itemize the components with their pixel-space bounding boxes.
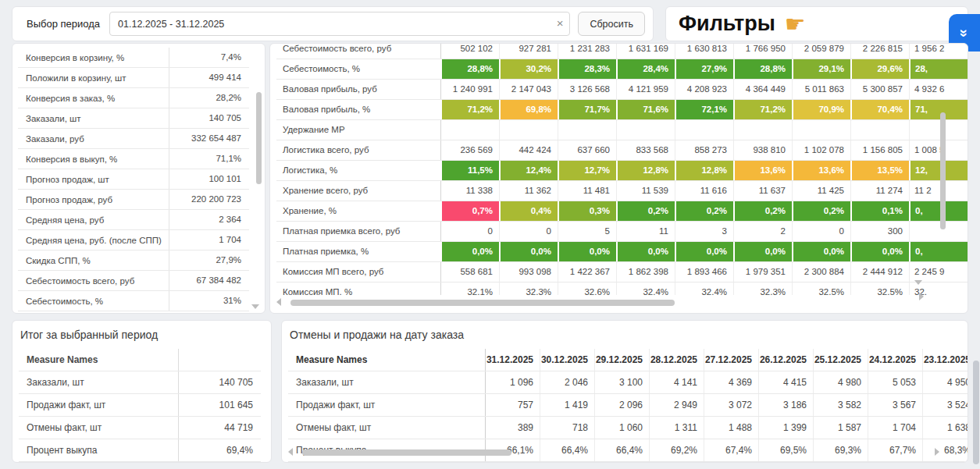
orders-cell[interactable]: 2 096 (594, 394, 649, 416)
daily-metric-cell[interactable]: 12,8% (675, 161, 733, 180)
daily-metric-cell[interactable]: 5 011 863 (792, 80, 850, 99)
orders-cell[interactable]: 3 100 (594, 371, 649, 393)
orders-cell[interactable]: 718 (540, 417, 594, 439)
daily-metric-cell[interactable]: 0,2% (792, 201, 850, 221)
daily-metric-cell[interactable]: 0, (909, 242, 968, 261)
daily-metric-row[interactable]: Валовая прибыль, %71,2%69,8%71,7%71,6%72… (276, 100, 968, 120)
scroll-down-arrow[interactable] (914, 280, 922, 285)
daily-metric-cell[interactable]: 2 444 912 (850, 262, 909, 282)
daily-metric-cell[interactable]: 0,2% (616, 201, 675, 221)
daily-metric-cell[interactable]: 11 338 (440, 181, 499, 201)
orders-cell[interactable]: 3 524 (922, 394, 968, 416)
daily-metric-cell[interactable]: 0 (440, 222, 499, 241)
orders-cell[interactable]: 67,4% (704, 439, 758, 461)
daily-metric-row[interactable]: Хранение, %0,7%0,4%0,3%0,2%0,2%0,2%0,2%0… (276, 201, 968, 222)
daily-metric-row[interactable]: Валовая прибыль, руб1 240 9912 147 0433 … (276, 80, 968, 100)
orders-cell[interactable]: 1 060 (594, 417, 649, 439)
daily-metric-cell[interactable]: 13,6% (733, 161, 792, 180)
daily-metric-cell[interactable]: 0,4% (499, 201, 558, 221)
metric-row[interactable]: Конверсия в заказ, %28,2% (18, 88, 249, 108)
daily-metric-row[interactable]: Логистика всего, руб236 569442 424637 66… (276, 140, 968, 161)
orders-cell[interactable]: 4 369 (704, 371, 758, 393)
metric-row[interactable]: Конверсия в корзину, %7,4% (18, 48, 249, 68)
orders-cell[interactable]: 3 567 (868, 394, 922, 416)
daily-metric-cell[interactable]: 3 (675, 222, 733, 241)
daily-metric-cell[interactable]: 11,5% (440, 161, 499, 180)
daily-metric-cell[interactable]: 13,5% (850, 161, 909, 180)
orders-cell[interactable]: 4 415 (758, 371, 813, 393)
period-input[interactable] (109, 12, 570, 36)
orders-date-header[interactable]: 28.12.2025 (649, 349, 704, 371)
daily-metric-cell[interactable]: 30,2% (499, 59, 558, 79)
orders-cell[interactable]: 3 186 (758, 394, 813, 416)
totals-row[interactable]: Продажи факт, шт101 645 (19, 394, 261, 417)
daily-metric-cell[interactable]: 833 568 (616, 140, 675, 160)
daily-metric-cell[interactable]: 2 245 9 (909, 262, 968, 282)
daily-metric-cell[interactable] (616, 120, 675, 140)
totals-header-row[interactable]: Measure Names (19, 349, 261, 371)
daily-metric-cell[interactable]: 1 956 2 (909, 44, 968, 59)
daily-metric-cell[interactable]: 12,4% (499, 161, 558, 180)
daily-metric-cell[interactable]: 32,6% (558, 282, 616, 295)
reset-button[interactable]: Сбросить (578, 12, 645, 36)
daily-metric-cell[interactable]: 29,6% (850, 59, 909, 79)
daily-metric-cell[interactable]: 442 424 (499, 140, 558, 160)
metric-row[interactable]: Средняя цена, руб2 364 (18, 210, 249, 230)
orders-cell[interactable]: 2 046 (540, 371, 594, 393)
daily-metric-cell[interactable]: 2 059 879 (792, 44, 850, 59)
orders-cell[interactable]: 69,5% (758, 439, 813, 461)
orders-date-header[interactable]: 31.12.2025 (485, 349, 540, 371)
daily-metric-cell[interactable]: 0,1% (850, 201, 909, 221)
daily-metric-cell[interactable]: 2 147 043 (499, 80, 558, 99)
orders-cell[interactable]: 1 704 (868, 417, 922, 439)
daily-metric-cell[interactable]: 32,5% (850, 282, 909, 295)
daily-metric-row[interactable]: Удержание МР (276, 120, 968, 140)
daily-metric-cell[interactable]: 11 362 (499, 181, 558, 201)
orders-cell[interactable]: 5 053 (868, 371, 922, 393)
metric-row[interactable]: Средняя цена, руб. (после СПП)1 704 (18, 230, 249, 250)
daily-metric-cell[interactable]: 0,2% (675, 201, 733, 221)
totals-row[interactable]: Процент выкупа69,4% (19, 439, 261, 462)
vertical-scrollbar-thumb[interactable] (940, 112, 946, 229)
daily-metric-cell[interactable]: 71,7% (558, 100, 616, 119)
daily-metric-cell[interactable]: 28,8% (733, 59, 792, 79)
orders-cell[interactable]: 2 949 (649, 394, 704, 416)
daily-metric-cell[interactable]: 3 126 568 (558, 80, 616, 99)
metric-row[interactable]: Прогноз продаж, руб220 200 723 (18, 190, 249, 210)
metric-row[interactable]: Заказали, руб332 654 487 (18, 129, 249, 149)
daily-metric-cell[interactable]: 70,4% (850, 100, 909, 119)
daily-metric-cell[interactable]: 28,3% (558, 59, 616, 79)
orders-cell[interactable]: 69,3% (813, 439, 868, 461)
daily-metric-cell[interactable]: 1 766 950 (733, 44, 792, 59)
orders-cell[interactable]: 4 141 (649, 371, 704, 393)
daily-metric-cell[interactable]: 0,0% (616, 242, 675, 261)
daily-metric-cell[interactable]: 0,3% (558, 201, 616, 221)
daily-metric-cell[interactable]: 28,4% (616, 59, 675, 79)
orders-cell[interactable]: 69,2% (649, 439, 704, 461)
daily-metric-cell[interactable]: 993 098 (499, 262, 558, 282)
daily-metric-cell[interactable]: 11 274 (850, 181, 909, 201)
daily-metric-cell[interactable]: 2 (733, 222, 792, 241)
daily-metric-cell[interactable]: 32,1% (440, 282, 499, 295)
daily-metric-cell[interactable]: 69,8% (499, 100, 558, 119)
daily-metric-cell[interactable]: 0,0% (733, 242, 792, 261)
daily-metric-cell[interactable] (733, 120, 792, 140)
scroll-right-arrow[interactable] (935, 448, 939, 456)
daily-metric-cell[interactable]: 4 121 959 (616, 80, 675, 99)
orders-date-header[interactable]: 30.12.2025 (540, 349, 594, 371)
orders-date-header[interactable]: 25.12.2025 (813, 349, 868, 371)
daily-metric-row[interactable]: Платная приемка, %0,0%0,0%0,0%0,0%0,0%0,… (276, 242, 968, 262)
daily-metric-row[interactable]: Платная приемка всего, руб00511320300 (276, 222, 968, 242)
daily-metric-cell[interactable]: 11 2 (909, 181, 968, 201)
daily-metric-cell[interactable]: 32,4% (675, 282, 733, 295)
daily-metric-cell[interactable]: 71, (909, 100, 968, 119)
scroll-down-arrow[interactable] (251, 304, 259, 309)
daily-metric-cell[interactable] (675, 120, 733, 140)
daily-metric-cell[interactable]: 1 240 991 (440, 80, 499, 99)
daily-metric-cell[interactable]: 0,0% (440, 242, 499, 261)
vertical-scrollbar-thumb[interactable] (256, 92, 262, 184)
orders-row[interactable]: Продажи факт, шт7571 4192 0962 9493 0723… (288, 394, 968, 417)
orders-cell[interactable]: 1 311 (649, 417, 704, 439)
orders-cell[interactable]: 4 950 (922, 371, 968, 393)
daily-metric-cell[interactable]: 32,3% (499, 282, 558, 295)
